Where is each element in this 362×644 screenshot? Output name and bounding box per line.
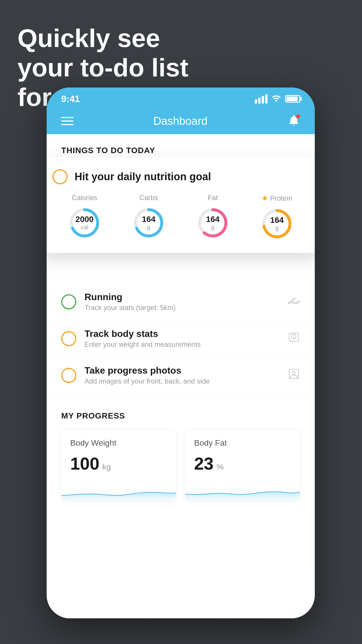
nav-bar: Dashboard <box>47 108 315 134</box>
body-weight-unit: kg <box>102 462 111 472</box>
carbs-item: Carbs 164 g <box>131 194 166 240</box>
fat-label: Fat <box>208 194 218 202</box>
body-weight-value: 100 <box>70 454 99 474</box>
todo-item-body-stats[interactable]: Track body stats Enter your weight and m… <box>47 320 315 357</box>
protein-item: ★ Protein 164 g <box>259 194 294 241</box>
running-text: Running Track your stats (target: 5km) <box>85 292 279 312</box>
status-time: 9:41 <box>61 94 80 104</box>
nutrition-checkbox[interactable] <box>52 169 68 184</box>
body-fat-chart <box>185 482 300 500</box>
calories-ring: 2000 cal <box>67 205 102 240</box>
carbs-label: Carbs <box>139 194 158 202</box>
carbs-value: 164 <box>142 215 156 224</box>
body-fat-title: Body Fat <box>194 438 291 448</box>
protein-unit: g <box>270 225 284 232</box>
headline-line1: Quickly see <box>17 23 189 53</box>
nav-title: Dashboard <box>153 115 208 127</box>
progress-photos-subtitle: Add images of your front, back, and side <box>85 377 279 385</box>
progress-photos-title: Take progress photos <box>85 365 279 376</box>
headline-line2: your to-do list <box>17 53 189 82</box>
progress-cards: Body Weight 100 kg <box>61 429 300 500</box>
signal-bars-icon <box>255 94 268 104</box>
content-area: THINGS TO DO TODAY Hit your daily nutrit… <box>47 134 315 618</box>
body-weight-title: Body Weight <box>70 438 167 448</box>
todo-list: Running Track your stats (target: 5km) T… <box>47 284 315 394</box>
running-checkbox[interactable] <box>61 294 76 309</box>
phone-shell: 9:41 Dashboard <box>47 88 315 618</box>
scale-icon <box>287 331 300 346</box>
status-bar: 9:41 <box>47 88 315 108</box>
fat-item: Fat 164 g <box>195 194 230 240</box>
body-weight-chart <box>61 482 176 500</box>
shoe-icon <box>287 294 300 309</box>
nutrition-card: Hit your daily nutrition goal Calories 2… <box>47 158 315 253</box>
svg-point-13 <box>292 371 295 374</box>
person-icon <box>287 368 300 383</box>
body-fat-card: Body Fat 23 % <box>185 429 300 500</box>
calories-label: Calories <box>72 194 97 202</box>
hamburger-menu-icon[interactable] <box>61 117 73 125</box>
fat-value: 164 <box>206 215 220 224</box>
nutrition-circles: Calories 2000 cal Carbs <box>52 194 309 241</box>
protein-value: 164 <box>270 216 284 225</box>
body-stats-title: Track body stats <box>85 328 279 339</box>
body-stats-text: Track body stats Enter your weight and m… <box>85 328 279 349</box>
carbs-ring: 164 g <box>131 205 166 240</box>
protein-ring: 164 g <box>259 206 294 241</box>
star-icon: ★ <box>261 194 268 203</box>
carbs-unit: g <box>142 224 156 231</box>
todo-item-running[interactable]: Running Track your stats (target: 5km) <box>47 284 315 320</box>
bell-icon[interactable] <box>287 114 300 128</box>
fat-unit: g <box>206 224 220 231</box>
running-subtitle: Track your stats (target: 5km) <box>85 304 279 312</box>
calories-value: 2000 <box>75 215 94 224</box>
protein-label: ★ Protein <box>261 194 292 203</box>
things-to-do-header: THINGS TO DO TODAY <box>47 134 315 161</box>
body-fat-value-row: 23 % <box>194 454 291 474</box>
todo-item-progress-photos[interactable]: Take progress photos Add images of your … <box>47 357 315 394</box>
notification-dot <box>296 114 300 118</box>
body-stats-checkbox[interactable] <box>61 331 76 346</box>
body-fat-unit: % <box>217 462 224 472</box>
body-weight-value-row: 100 kg <box>70 454 167 474</box>
battery-icon <box>285 95 300 103</box>
body-stats-subtitle: Enter your weight and measurements <box>85 340 279 349</box>
progress-photos-checkbox[interactable] <box>61 368 76 383</box>
nutrition-card-title: Hit your daily nutrition goal <box>75 171 211 183</box>
progress-header: MY PROGRESS <box>61 411 300 421</box>
running-title: Running <box>85 292 279 302</box>
body-fat-value: 23 <box>194 454 214 474</box>
progress-section: MY PROGRESS Body Weight 100 kg <box>47 400 315 509</box>
calories-unit: cal <box>75 224 94 231</box>
body-weight-card: Body Weight 100 kg <box>61 429 176 500</box>
progress-photos-text: Take progress photos Add images of your … <box>85 365 279 385</box>
wifi-icon <box>272 94 281 104</box>
calories-item: Calories 2000 cal <box>67 194 102 240</box>
status-icons <box>255 94 300 104</box>
fat-ring: 164 g <box>195 205 230 240</box>
